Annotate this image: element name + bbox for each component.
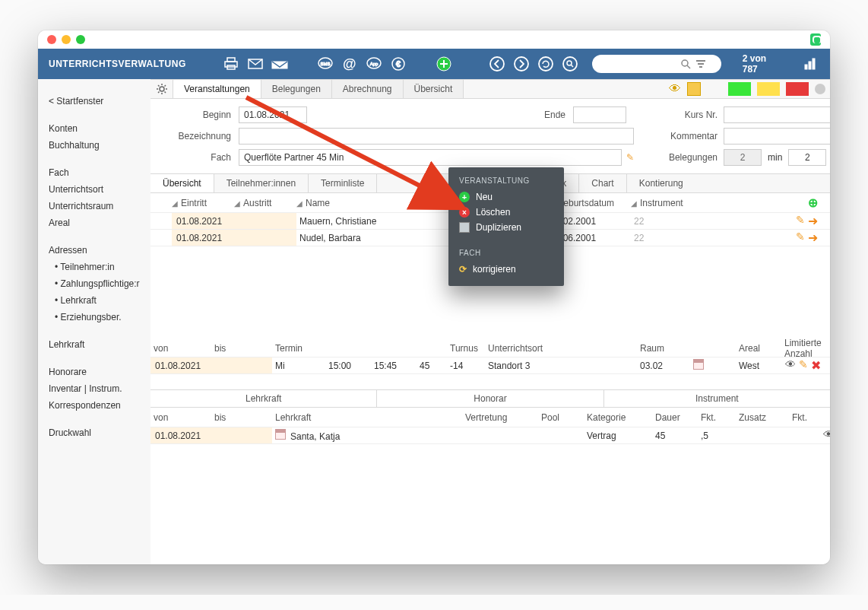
col-fkt[interactable]: Fkt. (698, 412, 736, 423)
sort-icon[interactable]: ◢ (234, 199, 240, 208)
edit-icon[interactable]: ✎ (799, 358, 808, 373)
tab-uebersicht[interactable]: Übersicht (404, 80, 464, 98)
search-filter-icon[interactable] (695, 59, 706, 69)
sidebar-item-lehrkraft[interactable]: Lehrkraft (46, 338, 143, 351)
cell-dur[interactable]: 45 (417, 361, 447, 371)
at-icon[interactable]: @ (341, 56, 358, 72)
stats-icon[interactable] (803, 56, 819, 72)
close-window-button[interactable] (47, 35, 56, 44)
table-row[interactable]: 01.08.2021 Santa, Katja Vertrag 45 ,5 👁 … (150, 427, 830, 444)
delete-icon[interactable]: ✖ (811, 358, 821, 373)
ende-field[interactable] (573, 106, 626, 123)
subtab-uebersicht[interactable]: Übersicht (150, 174, 214, 192)
nav-forward-icon[interactable] (513, 56, 530, 72)
fach-edit-icon[interactable]: ✎ (626, 152, 634, 163)
subtab-kontierung[interactable]: Kontierung (627, 174, 695, 192)
cell-bis[interactable] (211, 427, 272, 443)
status-red[interactable] (786, 82, 809, 96)
cell-wday[interactable]: Mi (272, 361, 325, 371)
cell-name[interactable]: Nudel, Barbara (296, 233, 471, 243)
sidebar-item-lehrkraft-sub[interactable]: • Lehrkraft (46, 294, 143, 307)
calendar-icon[interactable] (275, 429, 286, 440)
col-instrument[interactable]: Instrument (640, 198, 683, 208)
col-turnus[interactable]: Turnus (447, 343, 485, 354)
sidebar-item-adressen[interactable]: Adressen (46, 243, 143, 257)
sidebar-item-teilnehmer[interactable]: • Teilnehmer:in (46, 260, 143, 274)
col-lim[interactable]: Limitierte Anzahl (781, 338, 822, 359)
edit-icon[interactable]: ✎ (796, 230, 805, 245)
table-row[interactable]: 01.08.2021 Mi 15:00 15:45 45 -14 Standor… (150, 357, 830, 374)
sidebar-item-zahlungspflichtiger[interactable]: • Zahlungspflichtige:r (46, 277, 143, 291)
preview-icon[interactable]: 👁 (669, 82, 681, 96)
cell-areal[interactable]: West (736, 361, 781, 371)
sidebar-item-unterrichtsraum[interactable]: Unterrichtsraum (46, 199, 143, 213)
kommentar-field[interactable] (724, 128, 830, 145)
cell-name[interactable]: Mauern, Christiane (296, 216, 471, 227)
minimize-window-button[interactable] (62, 35, 71, 44)
cell-von[interactable]: 01.08.2021 (150, 357, 211, 373)
cell-austritt[interactable] (234, 213, 296, 229)
cell-bis[interactable] (211, 357, 272, 373)
col-pool[interactable]: Pool (538, 412, 584, 423)
mail-icon[interactable] (247, 56, 264, 72)
subtab-terminliste[interactable]: Terminliste (309, 174, 377, 192)
context-duplizieren[interactable]: Duplizieren (459, 220, 553, 235)
subtab-chart[interactable]: Chart (579, 174, 626, 192)
calendar-icon[interactable] (693, 359, 704, 370)
sidebar-item-areal[interactable]: Areal (46, 216, 143, 230)
col-von[interactable]: von (150, 412, 211, 423)
col-raum[interactable]: Raum (637, 343, 690, 354)
cell-eintritt[interactable]: 01.08.2021 (172, 230, 234, 246)
sidebar-item-erziehungsber[interactable]: • Erziehungsber. (46, 310, 143, 324)
col-von[interactable]: von (150, 343, 211, 354)
view-icon[interactable]: 👁 (823, 428, 830, 443)
min-field[interactable]: 2 (788, 149, 826, 166)
sidebar-item-druckwahl[interactable]: Druckwahl (46, 426, 143, 440)
edit-icon[interactable]: ✎ (796, 214, 805, 228)
sidebar-item-buchhaltung[interactable]: Buchhaltung (46, 138, 143, 152)
mail-inbox-icon[interactable] (271, 56, 288, 72)
col-ort[interactable]: Unterrichtsort (485, 343, 637, 354)
bezeichnung-field[interactable] (239, 128, 634, 145)
col-fkt2[interactable]: Fkt. (789, 412, 819, 423)
col-zusatz[interactable]: Zusatz (736, 412, 789, 423)
note-icon[interactable] (687, 82, 701, 96)
context-korrigieren[interactable]: ⟳korrigieren (459, 262, 553, 277)
status-gray-dot[interactable] (815, 84, 825, 94)
view-icon[interactable]: 👁 (785, 358, 796, 373)
col-termin[interactable]: Termin (272, 343, 325, 354)
col-vertretung[interactable]: Vertretung (462, 412, 538, 423)
search-input[interactable] (600, 58, 676, 70)
status-yellow[interactable] (757, 82, 780, 96)
goto-icon[interactable]: ➜ (808, 214, 818, 228)
subtab-teilnehmer[interactable]: Teilnehmer:innen (214, 174, 309, 192)
tab-belegungen[interactable]: Belegungen (261, 80, 332, 98)
nav-back-icon[interactable] (489, 56, 505, 72)
tab-instrument[interactable]: Instrument (604, 390, 830, 407)
col-eintritt[interactable]: Eintritt (181, 198, 207, 208)
sort-icon[interactable]: ◢ (172, 199, 178, 208)
col-lehrkraft[interactable]: Lehrkraft (272, 412, 462, 423)
maximize-window-button[interactable] (76, 35, 85, 44)
cell-t1[interactable]: 15:00 (325, 361, 371, 371)
sort-icon[interactable]: ◢ (631, 199, 637, 208)
beginn-field[interactable]: 01.08.2021 (239, 106, 307, 123)
status-green[interactable] (728, 82, 751, 96)
cell-ort[interactable]: Standort 3 (485, 361, 637, 371)
cell-kat[interactable]: Vertrag (584, 430, 652, 441)
col-areal[interactable]: Areal (736, 343, 781, 354)
cell-von[interactable]: 01.08.2021 (150, 427, 211, 443)
add-participant-icon[interactable]: ⊕ (808, 195, 818, 210)
tab-abrechnung[interactable]: Abrechnung (332, 80, 404, 98)
app-bubble-icon[interactable]: App (366, 56, 382, 72)
refresh-icon[interactable] (537, 56, 554, 72)
cell-fkt[interactable]: ,5 (698, 430, 736, 441)
col-geburtsdatum[interactable]: Geburtsdatum (556, 198, 614, 208)
tab-lehrkraft[interactable]: Lehrkraft (150, 390, 377, 407)
cell-raum[interactable]: 03.02 (637, 361, 690, 371)
sidebar-item-honorare[interactable]: Honorare (46, 365, 143, 379)
col-austritt[interactable]: Austritt (243, 198, 271, 208)
context-neu[interactable]: +Neu (459, 189, 553, 205)
cell-eintritt[interactable]: 01.08.2021 (172, 213, 234, 229)
sidebar-item-fach[interactable]: Fach (46, 166, 143, 180)
